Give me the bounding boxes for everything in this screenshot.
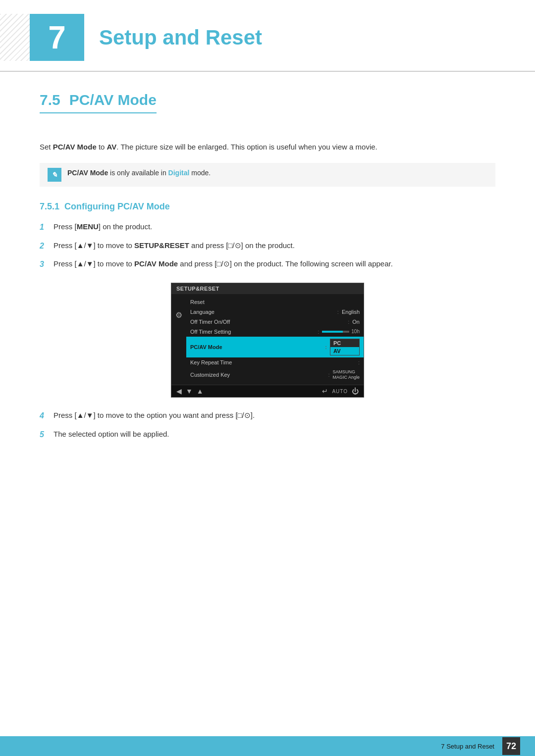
note-icon: ✎ bbox=[48, 168, 61, 182]
section-heading: 7.5PC/AV Mode bbox=[40, 92, 157, 113]
screen-container: SETUP&RESET ⚙ Reset Language : Engl bbox=[40, 283, 495, 398]
note-text: PC/AV Mode is only available in Digital … bbox=[67, 168, 211, 178]
menu-label-keyrepeat: Key Repeat Time bbox=[190, 359, 355, 365]
auto-label: AUTO bbox=[332, 389, 348, 394]
screen-body: ⚙ Reset Language : English bbox=[171, 294, 364, 385]
subsection-heading: 7.5.1 Configuring PC/AV Mode bbox=[40, 202, 495, 212]
screen-menu: Reset Language : English Off Timer On/Of… bbox=[186, 297, 364, 382]
menu-value-offtimer-onoff: On bbox=[352, 319, 360, 325]
setupreset-bold: SETUP&RESET bbox=[134, 241, 189, 250]
screen-sidebar: ⚙ bbox=[171, 297, 186, 382]
bottom-icons-right: ↵ AUTO ⏻ bbox=[322, 387, 359, 395]
menu-row-keyrepeat: Key Repeat Time : bbox=[186, 357, 364, 367]
step-number-1: 1 bbox=[40, 221, 54, 234]
chapter-header-bg: 7 Setup and Reset bbox=[0, 14, 505, 61]
step-number-5: 5 bbox=[40, 428, 54, 441]
power-icon: ⏻ bbox=[352, 387, 359, 395]
step-2: 2 Press [▲/▼] to move to SETUP&RESET and… bbox=[40, 240, 495, 252]
screen-title-bar: SETUP&RESET bbox=[171, 283, 364, 294]
menu-sep-keyrepeat: : bbox=[358, 359, 360, 365]
menu-label-customizedkey: Customized Key bbox=[190, 372, 325, 378]
step-text-5: The selected option will be applied. bbox=[54, 428, 169, 440]
progress-fill bbox=[322, 331, 342, 333]
step-text-4: Press [▲/▼] to move to the option you wa… bbox=[54, 409, 255, 421]
progress-bar-container: 10h bbox=[322, 329, 360, 334]
dropdown-option-pc: PC bbox=[330, 339, 359, 347]
gear-icon: ⚙ bbox=[174, 311, 183, 320]
up-arrow-icon: ▲ bbox=[197, 387, 204, 395]
menu-label-pcav: PC/AV Mode bbox=[190, 344, 322, 350]
section-heading-container: 7.5PC/AV Mode bbox=[40, 92, 495, 127]
dropdown-options: PC AV bbox=[330, 339, 360, 355]
menu-label-offtimer-onoff: Off Timer On/Off bbox=[190, 319, 345, 325]
step-text-3: Press [▲/▼] to move to PC/AV Mode and pr… bbox=[54, 258, 393, 270]
menu-label-language: Language bbox=[190, 309, 334, 315]
note-bold-digital: Digital bbox=[168, 169, 190, 177]
main-content: 7.5PC/AV Mode Set PC/AV Mode to AV. The … bbox=[0, 72, 535, 493]
step-number-3: 3 bbox=[40, 258, 54, 271]
subsection-title: Configuring PC/AV Mode bbox=[64, 202, 170, 211]
pcav-mode-bold: PC/AV Mode bbox=[134, 259, 178, 268]
menu-sep-pcav: : bbox=[325, 344, 327, 350]
chapter-number-block: 7 bbox=[30, 14, 84, 61]
intro-bold-av: AV bbox=[107, 143, 117, 151]
menu-row-language: Language : English bbox=[186, 307, 364, 317]
menu-sep-offtimer-onoff: : bbox=[348, 319, 349, 325]
note-icon-symbol: ✎ bbox=[52, 171, 57, 179]
menu-label-offtimer-setting: Off Timer Setting bbox=[190, 329, 315, 335]
menu-value-customizedkey: SAMSUNGMAGIC Angle bbox=[332, 369, 360, 380]
menu-label-reset: Reset bbox=[190, 299, 360, 305]
chapter-header: 7 Setup and Reset bbox=[0, 0, 535, 72]
step-text-1: Press [MENU] on the product. bbox=[54, 221, 152, 233]
menu-row-customizedkey: Customized Key : SAMSUNGMAGIC Angle bbox=[186, 367, 364, 382]
footer-page-number: 72 bbox=[502, 737, 520, 755]
intro-paragraph: Set PC/AV Mode to AV. The picture size w… bbox=[40, 141, 495, 153]
progress-label: 10h bbox=[351, 329, 360, 334]
menu-bold: MENU bbox=[77, 222, 99, 231]
step-5: 5 The selected option will be applied. bbox=[40, 428, 495, 441]
step-1: 1 Press [MENU] on the product. bbox=[40, 221, 495, 234]
steps-list: 1 Press [MENU] on the product. 2 Press [… bbox=[40, 221, 495, 271]
section-number: 7.5 bbox=[40, 92, 60, 108]
progress-bar bbox=[322, 331, 349, 333]
menu-row-offtimer-onoff: Off Timer On/Off : On bbox=[186, 317, 364, 327]
menu-value-language: English bbox=[342, 309, 360, 315]
down-arrow-icon: ▼ bbox=[186, 387, 193, 395]
step-text-2: Press [▲/▼] to move to SETUP&RESET and p… bbox=[54, 240, 295, 252]
step-4: 4 Press [▲/▼] to move to the option you … bbox=[40, 409, 495, 422]
step-number-2: 2 bbox=[40, 240, 54, 252]
dropdown-option-av: AV bbox=[330, 347, 359, 355]
footer-text: 7 Setup and Reset bbox=[441, 743, 494, 750]
left-arrow-icon: ◀ bbox=[176, 387, 182, 395]
menu-sep-language: : bbox=[337, 309, 339, 315]
section-title: PC/AV Mode bbox=[69, 92, 157, 108]
bottom-icons-left: ◀ ▼ ▲ bbox=[176, 387, 204, 395]
note-bold-pcav: PC/AV Mode bbox=[67, 169, 108, 177]
page-footer: 7 Setup and Reset 72 bbox=[0, 736, 535, 756]
diagonal-decoration bbox=[0, 14, 30, 61]
menu-sep-offtimer-setting: : bbox=[318, 329, 319, 335]
note-box: ✎ PC/AV Mode is only available in Digita… bbox=[40, 163, 495, 187]
chapter-number: 7 bbox=[48, 19, 66, 56]
screen-bottom-bar: ◀ ▼ ▲ ↵ AUTO ⏻ bbox=[171, 385, 364, 397]
intro-bold-pcav: PC/AV Mode bbox=[53, 143, 97, 151]
menu-row-offtimer-setting: Off Timer Setting : 10h bbox=[186, 327, 364, 337]
menu-sep-customizedkey: : bbox=[328, 372, 329, 378]
menu-row-reset: Reset bbox=[186, 297, 364, 307]
chapter-title: Setup and Reset bbox=[99, 26, 262, 50]
screen-mockup: SETUP&RESET ⚙ Reset Language : Engl bbox=[171, 283, 364, 398]
subsection-number: 7.5.1 bbox=[40, 202, 59, 211]
enter-icon: ↵ bbox=[322, 387, 328, 395]
step-3: 3 Press [▲/▼] to move to PC/AV Mode and … bbox=[40, 258, 495, 271]
menu-row-pcav: PC/AV Mode : PC AV bbox=[186, 337, 364, 357]
step-number-4: 4 bbox=[40, 409, 54, 422]
steps-list-2: 4 Press [▲/▼] to move to the option you … bbox=[40, 409, 495, 441]
